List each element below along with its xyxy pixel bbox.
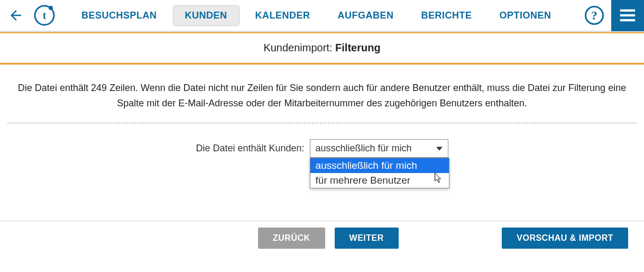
logo-icon: t [33,4,56,27]
nav-kalender[interactable]: KALENDER [244,6,322,25]
filter-label: Die Datei enthält Kunden: [196,143,304,154]
separator [7,123,637,123]
filter-dropdown: ausschließlich für mich für mehrere Benu… [310,158,449,188]
svg-rect-5 [620,19,635,21]
svg-rect-4 [620,14,635,16]
filter-option-multiple[interactable]: für mehrere Benutzer [310,173,449,188]
back-step-button[interactable]: ZURÜCK [258,228,325,249]
nav-items: BESUCHSPLAN KUNDEN KALENDER AUFGABEN BER… [70,5,563,26]
filter-select-value: ausschließlich für mich [316,143,412,153]
svg-rect-3 [620,10,635,12]
nav-optionen[interactable]: OPTIONEN [488,6,563,25]
help-button[interactable]: ? [585,6,604,25]
page-title: Kundenimport: Filterung [0,33,644,63]
filter-option-self[interactable]: ausschließlich für mich [310,158,449,173]
nav-besuchsplan[interactable]: BESUCHSPLAN [70,6,169,25]
info-text: Die Datei enthält 249 Zeilen. Wenn die D… [7,80,637,111]
content-area: Die Datei enthält 249 Zeilen. Wenn die D… [0,65,644,221]
arrow-left-icon [8,7,24,23]
filter-select[interactable]: ausschließlich für mich [310,139,448,158]
page-title-prefix: Kundenimport: [263,42,335,53]
menu-button[interactable] [611,0,644,31]
help-icon: ? [591,8,597,23]
page-title-main: Filterung [335,42,381,53]
top-nav-bar: t BESUCHSPLAN KUNDEN KALENDER AUFGABEN B… [0,0,644,32]
preview-import-button[interactable]: VORSCHAU & IMPORT [502,228,628,249]
app-logo: t [33,4,56,27]
filter-form-row: Die Datei enthält Kunden: ausschließlich… [7,139,637,158]
svg-text:t: t [43,10,47,21]
back-button[interactable] [6,6,25,25]
nav-berichte[interactable]: BERICHTE [410,6,484,25]
topbar-right: ? [585,0,644,31]
nav-kunden[interactable]: KUNDEN [173,5,240,26]
nav-aufgaben[interactable]: AUFGABEN [326,6,406,25]
svg-point-1 [49,6,53,10]
footer-bar: ZURÜCK WEITER VORSCHAU & IMPORT [0,221,644,255]
filter-select-wrap: ausschließlich für mich ausschließlich f… [310,139,448,158]
next-step-button[interactable]: WEITER [335,228,399,249]
hamburger-icon [619,6,637,24]
